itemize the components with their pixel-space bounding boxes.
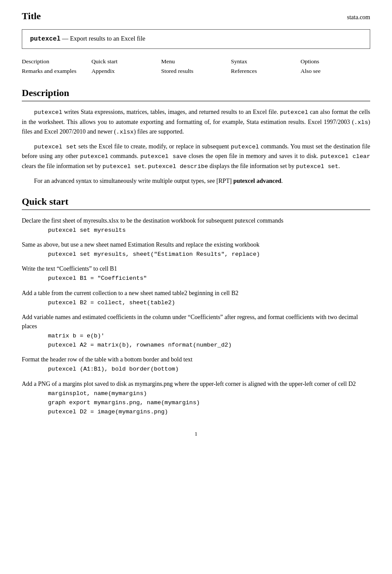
page-number: 1: [22, 430, 370, 438]
nav-cell[interactable]: Stored results: [161, 66, 231, 76]
title-box: putexcel — Export results to an Excel fi…: [22, 29, 370, 49]
qs-item-code: putexcel (A1:B1), bold border(bottom): [22, 365, 370, 374]
page-title: Title: [22, 9, 41, 23]
title-dash: —: [62, 35, 68, 42]
quick-start-item: Add a table from the current collection …: [22, 289, 370, 307]
title-cmd: putexcel: [30, 35, 61, 42]
putexcel-set-ref-2: putexcel set: [102, 163, 145, 170]
nav-table: DescriptionQuick startMenuSyntaxOptionsR…: [22, 57, 370, 76]
putexcel-describe-ref: putexcel describe: [148, 163, 208, 170]
putexcel-ref-3: putexcel: [231, 144, 259, 150]
title-description: Export results to an Excel file: [70, 35, 145, 42]
quick-start-item: Write the text “Coefficients” to cell B1…: [22, 264, 370, 283]
nav-cell[interactable]: Appendix: [92, 66, 161, 76]
nav-cell[interactable]: Description: [22, 57, 92, 66]
advanced-ref: putexcel advanced: [233, 178, 281, 184]
page: Title stata.com putexcel — Export result…: [0, 0, 392, 456]
qs-item-desc: Same as above, but use a new sheet named…: [22, 240, 370, 249]
qs-item-desc: Declare the first sheet of myresults.xls…: [22, 216, 370, 225]
qs-item-code: putexcel B2 = collect, sheet(table2): [22, 299, 370, 307]
quick-start-item: Add variable names and estimated coeffic…: [22, 313, 370, 350]
qs-item-code: matrix b = e(b)': [22, 332, 370, 340]
putexcel-save-ref: putexcel save: [140, 153, 187, 160]
qs-item-desc: Format the header row of the table with …: [22, 355, 370, 364]
xlsx-ref: .xlsx: [116, 129, 134, 135]
qs-item-code: putexcel B1 = "Coefficients": [22, 274, 370, 283]
qs-item-desc: Add a table from the current collection …: [22, 289, 370, 298]
qs-item-code: putexcel set myresults: [22, 226, 370, 235]
nav-cell[interactable]: Syntax: [231, 57, 300, 66]
domain-label: stata.com: [347, 13, 370, 22]
nav-cell[interactable]: Also see: [300, 66, 370, 76]
description-para-1: putexcel writes Stata expressions, matri…: [22, 107, 370, 137]
putexcel-clear-ref: putexcel clear: [320, 153, 370, 160]
quick-start-item: Declare the first sheet of myresults.xls…: [22, 216, 370, 235]
quick-start-heading: Quick start: [22, 194, 370, 210]
xls-ref: .xls: [354, 119, 368, 126]
qs-item-code: graph export mymargins.png, name(mymargi…: [22, 399, 370, 407]
description-heading: Description: [22, 86, 370, 101]
nav-cell[interactable]: Menu: [161, 57, 231, 66]
qs-item-desc: Add variable names and estimated coeffic…: [22, 313, 370, 331]
nav-cell[interactable]: Options: [300, 57, 370, 66]
nav-cell[interactable]: Remarks and examples: [22, 66, 92, 76]
quick-start-item: Add a PNG of a margins plot saved to dis…: [22, 379, 370, 417]
nav-cell[interactable]: References: [231, 66, 300, 76]
description-para-3: For an advanced syntax to simultaneously…: [22, 176, 370, 186]
putexcel-set-ref-3: putexcel set: [296, 163, 338, 170]
quick-start-item: Same as above, but use a new sheet named…: [22, 240, 370, 259]
qs-item-desc: Add a PNG of a margins plot saved to dis…: [22, 379, 370, 388]
putexcel-ref-2: putexcel: [280, 109, 308, 116]
qs-item-code: putexcel D2 = image(mymargins.png): [22, 408, 370, 416]
putexcel-ref-4: putexcel: [80, 153, 109, 160]
putexcel-set-ref-1: putexcel set: [34, 144, 77, 150]
qs-item-desc: Write the text “Coefficients” to cell B1: [22, 264, 370, 273]
quick-start-item: Format the header row of the table with …: [22, 355, 370, 374]
description-para-2: putexcel set sets the Excel file to crea…: [22, 142, 370, 171]
quick-start-items: Declare the first sheet of myresults.xls…: [22, 216, 370, 417]
qs-item-code: marginsplot, name(mymargins): [22, 389, 370, 398]
qs-item-code: putexcel A2 = matrix(b), rownames nforma…: [22, 341, 370, 350]
header: Title stata.com: [22, 9, 370, 23]
qs-item-code: putexcel set myresults, sheet("Estimatio…: [22, 250, 370, 259]
putexcel-ref-1: putexcel: [34, 109, 62, 116]
nav-cell[interactable]: Quick start: [92, 57, 161, 66]
